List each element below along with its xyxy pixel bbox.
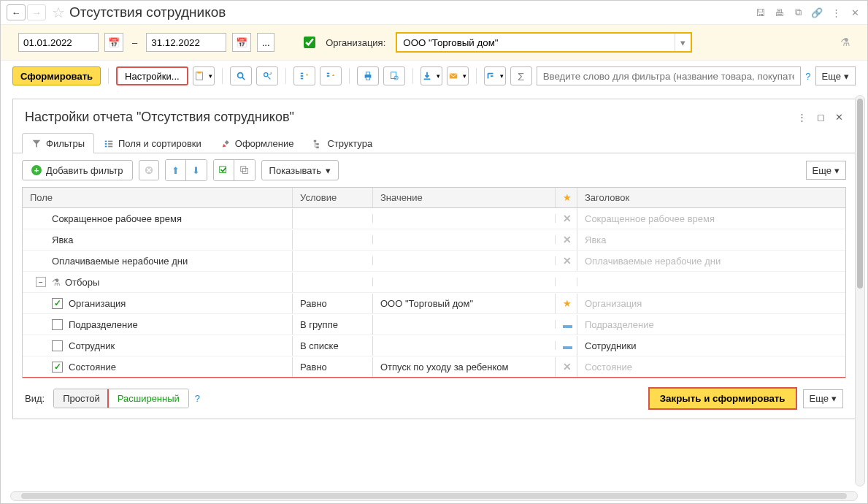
date-from-input[interactable] [18, 33, 99, 52]
table-row[interactable]: Явка ✕ Явка [23, 229, 845, 251]
org-label: Организация: [326, 37, 385, 48]
table-row[interactable]: Подразделение В группе ▬ Подразделение [23, 314, 845, 335]
variant-button[interactable]: ▾ [484, 66, 506, 85]
add-filter-button[interactable]: + Добавить фильтр [22, 160, 133, 180]
panel-kebab-icon[interactable]: ⋮ [797, 112, 807, 123]
sigma-button[interactable]: Σ [510, 66, 532, 85]
tab-format[interactable]: Оформление [211, 133, 304, 153]
show-mode-button[interactable]: Показывать▾ [261, 160, 339, 180]
x-icon[interactable]: ✕ [563, 234, 572, 245]
date-from-calendar-button[interactable]: 📅 [104, 33, 123, 52]
tab-fields[interactable]: Поля и сортировки [94, 133, 211, 153]
dash-icon[interactable]: ▬ [563, 340, 572, 351]
delete-filter-button[interactable] [139, 160, 159, 180]
svg-rect-17 [105, 140, 107, 142]
table-row[interactable]: Оплачиваемые нерабочие дни ✕ Оплачиваемы… [23, 251, 845, 272]
filter-checkbox[interactable] [52, 362, 63, 373]
date-range-more-button[interactable]: ... [257, 33, 274, 52]
dash-icon[interactable]: ▬ [563, 319, 572, 330]
svg-rect-9 [326, 75, 329, 77]
print-preview-button[interactable] [383, 66, 405, 85]
nav-forward-button[interactable]: → [27, 4, 46, 20]
move-down-button[interactable]: ⬇ [186, 160, 207, 180]
star-icon[interactable]: ★ [563, 298, 572, 309]
filter-more-button[interactable]: Еще▾ [806, 161, 846, 180]
svg-rect-12 [366, 77, 369, 80]
find-button[interactable] [230, 66, 252, 85]
filter-search-input[interactable] [537, 66, 802, 85]
svg-rect-23 [224, 140, 228, 144]
filter-table-header: Поле Условие Значение ★ Заголовок [23, 188, 845, 208]
svg-rect-26 [317, 146, 320, 148]
find-next-button[interactable] [256, 66, 278, 85]
paste-settings-button[interactable]: ▾ [193, 66, 215, 85]
close-and-generate-button[interactable]: Закрыть и сформировать [648, 387, 797, 410]
kebab-icon[interactable]: ⋮ [829, 6, 842, 19]
filter-checkbox[interactable] [52, 298, 63, 309]
toolbar-more-button[interactable]: Еще▾ [815, 66, 856, 85]
tab-filters[interactable]: Фильтры [22, 133, 94, 153]
org-dropdown-button[interactable]: ▾ [675, 34, 691, 51]
plus-icon: + [31, 165, 42, 175]
close-icon[interactable]: ✕ [848, 6, 861, 19]
filter-checkbox[interactable] [52, 340, 63, 351]
col-condition[interactable]: Условие [293, 188, 373, 207]
x-icon[interactable]: ✕ [563, 213, 572, 224]
x-icon[interactable]: ✕ [563, 255, 572, 267]
move-up-button[interactable]: ⬆ [166, 160, 186, 180]
footer-more-button[interactable]: Еще▾ [803, 389, 843, 408]
collapse-toggle[interactable]: − [36, 277, 46, 287]
table-row[interactable]: Сокращенное рабочее время ✕ Сокращенное … [23, 208, 845, 229]
check-all-button[interactable] [214, 160, 234, 180]
send-email-button[interactable]: ▾ [447, 66, 469, 85]
table-row[interactable]: Организация Равно ООО "Торговый дом" ★ О… [23, 293, 845, 314]
view-simple-button[interactable]: Простой [54, 389, 109, 408]
preview-icon[interactable]: ⧉ [791, 6, 804, 19]
favorite-star-icon[interactable]: ☆ [52, 4, 65, 21]
table-row[interactable]: Состояние Равно Отпуск по уходу за ребен… [23, 356, 845, 378]
col-star[interactable]: ★ [556, 188, 577, 207]
svg-rect-1 [198, 72, 201, 74]
print-button[interactable] [357, 66, 379, 85]
group-row[interactable]: − ⚗ Отборы [23, 272, 845, 293]
view-extended-button[interactable]: Расширенный [107, 389, 189, 408]
date-to-input[interactable] [146, 33, 226, 52]
tab-structure[interactable]: Структура [303, 133, 382, 153]
uncheck-all-button[interactable] [234, 160, 255, 180]
view-help-icon[interactable]: ? [195, 393, 200, 404]
main-toolbar: Сформировать Настройки... ▾ ▾ ▾ ▾ Σ ? Ещ… [1, 61, 867, 91]
parameter-bar: 📅 – 📅 ... Организация: ▾ ⚗ [1, 24, 867, 61]
col-field[interactable]: Поле [23, 188, 293, 207]
svg-rect-11 [366, 72, 369, 75]
svg-rect-25 [317, 143, 320, 145]
expand-all-button[interactable] [293, 66, 315, 85]
save-file-button[interactable]: ▾ [420, 66, 442, 85]
print-icon[interactable]: 🖶 [772, 6, 786, 19]
save-icon[interactable]: 🖫 [753, 6, 767, 19]
x-icon[interactable]: ✕ [563, 361, 572, 373]
link-icon[interactable]: 🔗 [810, 6, 823, 19]
view-label: Вид: [25, 393, 45, 404]
filter-funnel-icon[interactable]: ⚗ [840, 36, 850, 49]
table-row[interactable]: Сотрудник В списке ▬ Сотрудники [23, 335, 845, 356]
svg-line-3 [242, 77, 245, 80]
panel-maximize-icon[interactable]: ◻ [817, 112, 825, 123]
help-icon[interactable]: ? [805, 71, 810, 82]
col-title[interactable]: Заголовок [577, 188, 845, 207]
date-to-calendar-button[interactable]: 📅 [232, 33, 251, 52]
panel-close-icon[interactable]: ✕ [835, 112, 843, 123]
panel-footer: Вид: Простой Расширенный ? Закрыть и сфо… [13, 378, 855, 419]
horizontal-scrollbar[interactable] [10, 491, 858, 501]
svg-rect-21 [105, 145, 107, 147]
svg-point-4 [264, 73, 267, 77]
settings-button[interactable]: Настройки... [116, 66, 188, 85]
vertical-scrollbar[interactable] [855, 95, 865, 486]
nav-back-button[interactable]: ← [7, 4, 26, 20]
collapse-all-button[interactable] [320, 66, 342, 85]
generate-button[interactable]: Сформировать [12, 66, 101, 85]
org-checkbox[interactable] [304, 37, 315, 48]
filter-checkbox[interactable] [52, 319, 63, 330]
svg-rect-19 [105, 143, 107, 145]
col-value[interactable]: Значение [373, 188, 556, 207]
org-input[interactable] [397, 34, 675, 51]
